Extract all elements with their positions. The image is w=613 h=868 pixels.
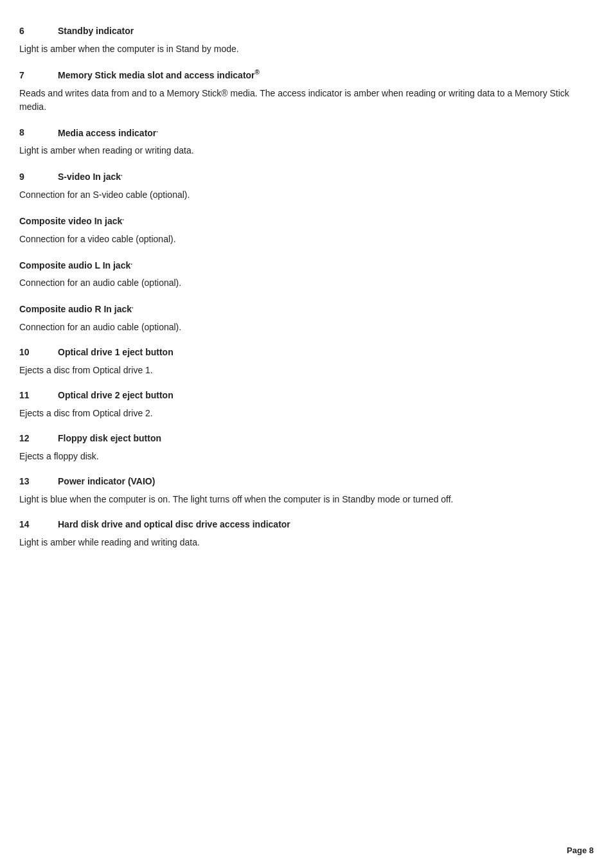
main-content: 6Standby indicatorLight is amber when th…: [19, 26, 594, 202]
section-desc: Ejects a disc from Optical drive 1.: [19, 364, 594, 377]
section-desc: Connection for an S-video cable (optiona…: [19, 188, 594, 202]
section-number: 9: [19, 172, 58, 182]
section-desc: Ejects a disc from Optical drive 2.: [19, 407, 594, 420]
bold-section-header: Composite audio R In jack.: [19, 303, 594, 314]
section-desc: Light is amber when the computer is in S…: [19, 42, 594, 56]
section-title: Optical drive 1 eject button: [58, 347, 173, 357]
section-item: 10Optical drive 1 eject buttonEjects a d…: [19, 347, 594, 377]
section-item: 14Hard disk drive and optical disc drive…: [19, 519, 594, 549]
section-title: Media access indicator.: [58, 127, 158, 138]
section-desc: Light is blue when the computer is on. T…: [19, 493, 594, 506]
section-header: 14Hard disk drive and optical disc drive…: [19, 519, 594, 529]
page-footer: Page 8: [567, 846, 594, 855]
section-desc: Reads and writes data from and to a Memo…: [19, 87, 594, 114]
bold-section-desc: Connection for an audio cable (optional)…: [19, 321, 594, 334]
bold-section-desc: Connection for an audio cable (optional)…: [19, 276, 594, 290]
section-title: Optical drive 2 eject button: [58, 390, 173, 400]
bold-section-item: Composite video In jack.Connection for a…: [19, 215, 594, 246]
section-title: Memory Stick media slot and access indic…: [58, 69, 260, 80]
section-title: Power indicator (VAIO): [58, 476, 155, 486]
section-title: Hard disk drive and optical disc drive a…: [58, 519, 290, 529]
bold-section-item: Composite audio L In jack.Connection for…: [19, 259, 594, 290]
section-number: 6: [19, 26, 58, 36]
section-header: 8Media access indicator.: [19, 127, 594, 138]
section-desc: Light is amber when reading or writing d…: [19, 144, 594, 157]
section-number: 12: [19, 433, 58, 443]
section-header: 9S-video In jack.: [19, 170, 594, 182]
bold-section-title: Composite audio L In jack.: [19, 259, 132, 270]
section-number: 10: [19, 347, 58, 357]
section-number: 8: [19, 127, 58, 137]
section-desc: Light is amber while reading and writing…: [19, 536, 594, 549]
section-item: 13Power indicator (VAIO)Light is blue wh…: [19, 476, 594, 506]
section-item: 7Memory Stick media slot and access indi…: [19, 69, 594, 114]
section-title: Standby indicator: [58, 26, 134, 36]
section-item: 6Standby indicatorLight is amber when th…: [19, 26, 594, 56]
bold-section-header: Composite audio L In jack.: [19, 259, 594, 270]
sections2: 10Optical drive 1 eject buttonEjects a d…: [19, 347, 594, 549]
section-desc: Ejects a floppy disk.: [19, 450, 594, 463]
section-header: 10Optical drive 1 eject button: [19, 347, 594, 357]
section-number: 7: [19, 70, 58, 80]
section-title: S-video In jack.: [58, 170, 123, 182]
bold-section-title: Composite audio R In jack.: [19, 303, 134, 314]
section-number: 11: [19, 390, 58, 400]
section-item: 11Optical drive 2 eject buttonEjects a d…: [19, 390, 594, 420]
bold-section-desc: Connection for a video cable (optional).: [19, 233, 594, 246]
bold-section-header: Composite video In jack.: [19, 215, 594, 226]
section-item: 8Media access indicator.Light is amber w…: [19, 127, 594, 158]
bold-sections: Composite video In jack.Connection for a…: [19, 215, 594, 334]
section-number: 13: [19, 476, 58, 486]
section-header: 7Memory Stick media slot and access indi…: [19, 69, 594, 80]
bold-section-title: Composite video In jack.: [19, 215, 124, 226]
bold-section-item: Composite audio R In jack.Connection for…: [19, 303, 594, 334]
section-header: 11Optical drive 2 eject button: [19, 390, 594, 400]
page-number: Page 8: [567, 846, 594, 855]
section-item: 12Floppy disk eject buttonEjects a flopp…: [19, 433, 594, 463]
section-header: 13Power indicator (VAIO): [19, 476, 594, 486]
section-number: 14: [19, 519, 58, 529]
section-header: 12Floppy disk eject button: [19, 433, 594, 443]
section-item: 9S-video In jack.Connection for an S-vid…: [19, 170, 594, 202]
section-header: 6Standby indicator: [19, 26, 594, 36]
section-title: Floppy disk eject button: [58, 433, 161, 443]
